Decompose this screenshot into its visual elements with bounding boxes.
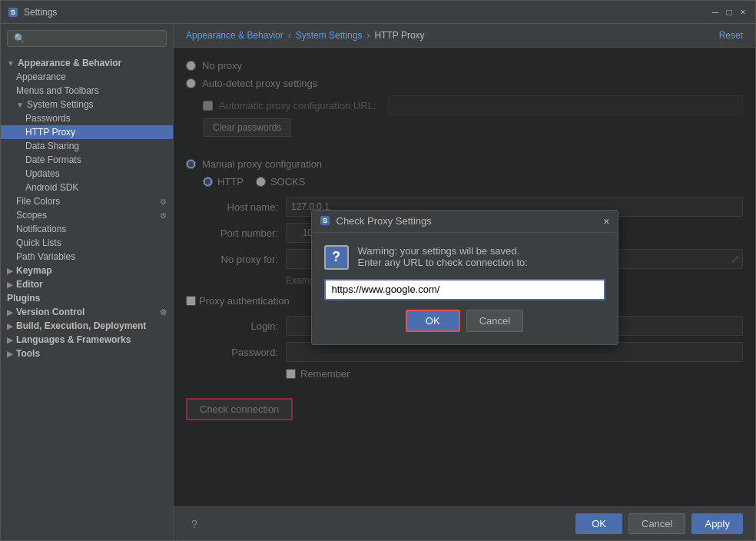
- sidebar-item-version-control[interactable]: ▶ Version Control ⚙: [1, 305, 173, 319]
- sidebar-item-label: System Settings: [27, 99, 94, 110]
- sidebar-item-build[interactable]: ▶ Build, Execution, Deployment: [1, 319, 173, 333]
- maximize-button[interactable]: □: [723, 6, 735, 18]
- sidebar-item-quick-lists[interactable]: Quick Lists: [1, 236, 173, 250]
- expand-icon: ▶: [7, 350, 13, 358]
- breadcrumb-sep2: ›: [366, 30, 370, 41]
- expand-icon: ▶: [7, 280, 13, 289]
- sidebar-item-label: Scopes: [16, 210, 47, 221]
- dialog-cancel-button[interactable]: Cancel: [466, 310, 523, 332]
- sidebar-item-label: Languages & Frameworks: [16, 334, 131, 345]
- expand-icon: ▶: [7, 308, 13, 317]
- action-buttons: OK Cancel Apply: [575, 513, 743, 534]
- warning-line1: Warning: your settings will be saved.: [358, 245, 528, 257]
- sidebar-item-label: Android SDK: [25, 182, 78, 193]
- expand-icon: ▼: [7, 59, 15, 68]
- sidebar-item-android-sdk[interactable]: Android SDK: [1, 181, 173, 194]
- dialog-ok-button[interactable]: OK: [406, 310, 460, 332]
- sidebar-item-label: Date Formats: [25, 154, 81, 165]
- window-title: Settings: [24, 7, 709, 18]
- dialog-close-button[interactable]: ×: [603, 215, 609, 227]
- expand-icon: ▶: [7, 322, 13, 330]
- sidebar-item-keymap[interactable]: ▶ Keymap: [1, 264, 173, 277]
- sidebar-item-system-settings[interactable]: ▼ System Settings: [1, 98, 173, 111]
- minimize-button[interactable]: ─: [709, 6, 721, 18]
- close-button[interactable]: ×: [737, 6, 749, 18]
- vc-icon: ⚙: [160, 308, 167, 317]
- help-button[interactable]: ?: [186, 516, 203, 533]
- sidebar-item-label: Build, Execution, Deployment: [16, 320, 146, 331]
- sidebar-item-updates[interactable]: Updates: [1, 167, 173, 181]
- sidebar-item-file-colors[interactable]: File Colors ⚙: [1, 194, 173, 208]
- sidebar-item-tools[interactable]: ▶ Tools: [1, 347, 173, 360]
- settings-window: S Settings ─ □ × ▼ Appearance & Behavior…: [0, 0, 756, 541]
- breadcrumb-sep1: ›: [288, 30, 291, 41]
- sidebar-item-appearance-behavior[interactable]: ▼ Appearance & Behavior: [1, 56, 173, 70]
- dialog-warning-text: Warning: your settings will be saved. En…: [358, 245, 528, 268]
- apply-button[interactable]: Apply: [691, 513, 743, 534]
- dialog-warning-row: ? Warning: your settings will be saved. …: [324, 245, 605, 270]
- expand-icon: ▼: [16, 101, 24, 109]
- expand-icon: ▶: [7, 267, 13, 275]
- ok-button[interactable]: OK: [575, 513, 622, 534]
- breadcrumb: Appearance & Behavior › System Settings …: [174, 24, 755, 48]
- dialog-title: Check Proxy Settings: [337, 215, 604, 227]
- scopes-icon: ⚙: [160, 211, 167, 220]
- main-panel: Appearance & Behavior › System Settings …: [174, 24, 755, 540]
- reset-button[interactable]: Reset: [719, 30, 743, 41]
- sidebar-item-http-proxy[interactable]: HTTP Proxy: [1, 125, 173, 139]
- sidebar-item-label: Version Control: [16, 307, 85, 317]
- sidebar-item-label: Keymap: [16, 265, 52, 276]
- dialog-icon: S: [320, 215, 332, 227]
- sidebar-item-languages[interactable]: ▶ Languages & Frameworks: [1, 333, 173, 347]
- sidebar-item-label: Notifications: [16, 224, 66, 234]
- dialog-title-bar: S Check Proxy Settings ×: [312, 211, 618, 233]
- sidebar-item-label: Passwords: [25, 113, 71, 124]
- app-icon: S: [7, 6, 19, 18]
- expand-icon: ▶: [7, 336, 13, 344]
- check-proxy-dialog: S Check Proxy Settings × ? Warning: your…: [311, 210, 618, 345]
- title-bar: S Settings ─ □ ×: [1, 1, 755, 24]
- search-input[interactable]: [7, 30, 167, 47]
- search-box: [1, 24, 173, 53]
- main-content: ▼ Appearance & Behavior Appearance Menus…: [1, 24, 755, 540]
- sidebar-item-label: Editor: [16, 279, 43, 290]
- sidebar-item-date-formats[interactable]: Date Formats: [1, 153, 173, 167]
- sidebar-item-label: Menus and Toolbars: [16, 85, 99, 96]
- dialog-body: ? Warning: your settings will be saved. …: [312, 233, 618, 344]
- cancel-button[interactable]: Cancel: [628, 513, 685, 534]
- sidebar-item-label: Tools: [16, 348, 40, 359]
- settings-content: No proxy Auto-detect proxy settings Auto…: [174, 48, 755, 506]
- breadcrumb-part1: Appearance & Behavior: [186, 30, 284, 41]
- window-controls: ─ □ ×: [709, 6, 749, 18]
- bottom-bar: ? OK Cancel Apply: [174, 506, 755, 540]
- svg-text:S: S: [322, 217, 327, 224]
- sidebar-item-notifications[interactable]: Notifications: [1, 222, 173, 236]
- sidebar-item-label: Data Sharing: [25, 141, 79, 151]
- sidebar-item-plugins[interactable]: Plugins: [1, 291, 173, 305]
- sidebar-item-label: File Colors: [16, 196, 60, 207]
- sidebar-item-label: Quick Lists: [16, 237, 61, 248]
- dialog-overlay: S Check Proxy Settings × ? Warning: your…: [174, 48, 755, 506]
- sidebar-item-path-variables[interactable]: Path Variables: [1, 250, 173, 264]
- sidebar-item-label: Plugins: [7, 293, 40, 304]
- sidebar-item-label: Path Variables: [16, 251, 75, 262]
- sidebar-item-menus-toolbars[interactable]: Menus and Toolbars: [1, 84, 173, 98]
- sidebar-item-appearance[interactable]: Appearance: [1, 70, 173, 84]
- sidebar-item-passwords[interactable]: Passwords: [1, 111, 173, 125]
- dialog-buttons: OK Cancel: [324, 310, 605, 332]
- dialog-url-input[interactable]: [324, 279, 605, 300]
- sidebar: ▼ Appearance & Behavior Appearance Menus…: [1, 24, 174, 540]
- file-colors-icon: ⚙: [160, 197, 167, 206]
- sidebar-item-editor[interactable]: ▶ Editor: [1, 277, 173, 291]
- sidebar-item-data-sharing[interactable]: Data Sharing: [1, 139, 173, 153]
- sidebar-item-label: Updates: [25, 168, 60, 179]
- sidebar-item-label: Appearance: [16, 71, 66, 82]
- warning-line2: Enter any URL to check connection to:: [358, 257, 528, 268]
- breadcrumb-current: HTTP Proxy: [374, 30, 424, 41]
- breadcrumb-part2: System Settings: [296, 30, 363, 41]
- warning-icon: ?: [324, 245, 349, 270]
- sidebar-tree: ▼ Appearance & Behavior Appearance Menus…: [1, 53, 173, 540]
- sidebar-item-label: Appearance & Behavior: [18, 58, 121, 68]
- svg-text:S: S: [11, 8, 15, 16]
- sidebar-item-scopes[interactable]: Scopes ⚙: [1, 208, 173, 222]
